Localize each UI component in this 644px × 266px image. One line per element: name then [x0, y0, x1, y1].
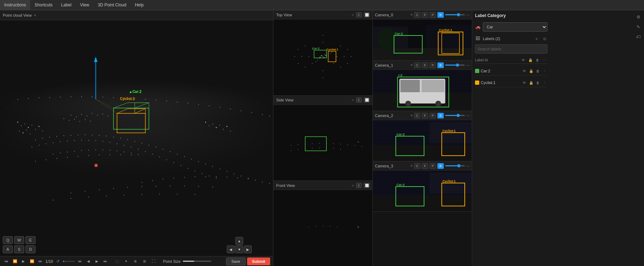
- cam0-c-btn[interactable]: C: [414, 12, 420, 18]
- cam2-c-btn[interactable]: C: [414, 113, 420, 118]
- cam0-f-btn[interactable]: F: [422, 12, 428, 18]
- svg-point-54: [74, 140, 75, 141]
- tl-skip-start[interactable]: ⏮: [3, 258, 10, 265]
- tl-skip-end[interactable]: ⏭: [37, 258, 44, 265]
- search-labels-input[interactable]: [475, 44, 547, 54]
- svg-point-250: [316, 226, 316, 227]
- tl-play[interactable]: ▶: [20, 258, 27, 265]
- cam1-minimize[interactable]: —: [466, 63, 470, 67]
- front-view-c-btn[interactable]: C: [356, 183, 362, 188]
- nav-left[interactable]: ◀: [227, 245, 235, 253]
- car-expand-icon[interactable]: ›: [542, 68, 547, 74]
- key-s[interactable]: S: [14, 245, 24, 253]
- cam2-minimize[interactable]: —: [466, 113, 470, 117]
- cam3-minimize[interactable]: —: [466, 164, 470, 168]
- cyclist-expand-icon[interactable]: ›: [542, 80, 547, 85]
- tool-select[interactable]: ✦: [122, 258, 130, 265]
- side-view-c-btn[interactable]: C: [356, 98, 362, 102]
- tool-cube[interactable]: ⬚: [113, 258, 120, 265]
- car-visibility-icon[interactable]: 👁: [522, 68, 527, 74]
- cam3-slider[interactable]: [445, 165, 465, 166]
- tl-fwd-1[interactable]: ▶: [93, 258, 100, 265]
- nav-down[interactable]: ▼: [235, 245, 243, 253]
- cam1-f-btn[interactable]: F: [422, 62, 428, 68]
- submit-button[interactable]: Submit: [247, 257, 270, 265]
- cam3-p-btn[interactable]: P: [430, 163, 436, 169]
- cam3-b-btn[interactable]: B: [437, 163, 444, 169]
- nav-up[interactable]: ▲: [235, 237, 243, 245]
- car-lock-icon[interactable]: 🔒: [528, 68, 534, 74]
- tl-refresh[interactable]: ↺: [54, 258, 61, 265]
- point-cloud-title: Point cloud View: [3, 13, 32, 17]
- tool-crosshair[interactable]: ⊕: [132, 258, 139, 265]
- cam1-slider[interactable]: [445, 65, 465, 66]
- cam0-p-btn[interactable]: P: [430, 12, 436, 18]
- menu-label[interactable]: Label: [57, 0, 76, 10]
- side-view-maximize[interactable]: ⬜: [364, 98, 370, 102]
- camera-0-close[interactable]: ×: [410, 13, 413, 17]
- cam2-f-btn[interactable]: F: [422, 113, 428, 118]
- tl-next[interactable]: ⏩: [28, 258, 36, 265]
- top-view-content[interactable]: Car:2 Cyclist:1: [273, 20, 372, 95]
- tool-expand[interactable]: ⛶: [150, 258, 157, 265]
- key-w[interactable]: W: [14, 236, 24, 244]
- cam0-minimize[interactable]: —: [466, 13, 470, 17]
- cam2-slider[interactable]: [445, 115, 465, 116]
- cam3-c-btn[interactable]: C: [414, 163, 420, 169]
- menu-instructions[interactable]: Instructions: [0, 0, 30, 10]
- point-cloud-close[interactable]: ×: [34, 13, 36, 17]
- side-view-content[interactable]: [273, 105, 372, 181]
- top-view-c-btn[interactable]: C: [356, 12, 362, 17]
- lh-expand-icon[interactable]: ⋯: [542, 57, 547, 63]
- lh-visibility-icon[interactable]: 👁: [520, 57, 526, 63]
- camera-2-close[interactable]: ×: [410, 113, 413, 117]
- key-d[interactable]: D: [26, 245, 36, 253]
- menu-view[interactable]: View: [76, 0, 93, 10]
- camera-1-close[interactable]: ×: [410, 63, 413, 67]
- camera-1-label: Camera_1: [375, 63, 409, 67]
- tl-back-1[interactable]: ◀: [85, 258, 92, 265]
- key-a[interactable]: A: [3, 245, 13, 253]
- tl-prev[interactable]: ⏪: [11, 258, 18, 265]
- cam3-f-btn[interactable]: F: [422, 163, 428, 169]
- category-select[interactable]: Car Cyclist Pedestrian: [483, 22, 547, 32]
- key-e[interactable]: E: [26, 236, 36, 244]
- car-delete-icon[interactable]: 🗑: [535, 68, 541, 74]
- point-cloud-canvas[interactable]: ▲Car:2 Cyclist:1 Q W E A S D: [0, 20, 273, 256]
- svg-point-152: [237, 177, 238, 178]
- front-view-close[interactable]: ×: [352, 183, 354, 188]
- cam2-b-btn[interactable]: B: [437, 113, 444, 118]
- cam0-b-btn[interactable]: B: [437, 12, 444, 18]
- top-view-maximize[interactable]: ⬜: [364, 12, 370, 17]
- cyclist-delete-icon[interactable]: 🗑: [535, 80, 541, 85]
- timeline-progress[interactable]: [63, 261, 75, 262]
- cam1-p-btn[interactable]: P: [430, 62, 436, 68]
- menu-help[interactable]: Help: [131, 0, 148, 10]
- key-q[interactable]: Q: [3, 236, 13, 244]
- svg-point-10: [74, 119, 75, 120]
- menu-shortcuts[interactable]: Shortcuts: [30, 0, 57, 10]
- tl-fwd-10[interactable]: ⏭: [102, 258, 109, 265]
- lh-delete-icon[interactable]: 🗑: [535, 57, 540, 63]
- tl-back-10[interactable]: ⏮: [76, 258, 83, 265]
- side-view-close[interactable]: ×: [352, 98, 354, 102]
- save-button[interactable]: Save: [226, 257, 246, 265]
- cam1-b-btn[interactable]: B: [437, 62, 444, 68]
- top-view-close[interactable]: ×: [352, 13, 354, 17]
- cyclist-visibility-icon[interactable]: 👁: [522, 80, 527, 85]
- cam0-slider[interactable]: [445, 14, 465, 15]
- nav-right[interactable]: ▶: [244, 245, 252, 253]
- funnel-icon[interactable]: ⊟: [542, 36, 547, 41]
- cam1-c-btn[interactable]: C: [414, 62, 420, 68]
- point-size-slider[interactable]: [183, 261, 211, 262]
- tool-crop[interactable]: ⊞: [141, 258, 148, 265]
- cyclist-lock-icon[interactable]: 🔒: [528, 80, 534, 85]
- camera-3-close[interactable]: ×: [410, 164, 413, 168]
- front-view-maximize[interactable]: ⬜: [364, 183, 370, 188]
- menu-3d-point-cloud[interactable]: 3D Point Cloud: [93, 0, 131, 10]
- lh-lock-icon[interactable]: 🔒: [528, 57, 533, 63]
- cam2-p-btn[interactable]: P: [430, 113, 436, 118]
- filter-icon[interactable]: ≡: [534, 36, 540, 41]
- svg-point-186: [323, 56, 323, 57]
- front-view-content[interactable]: [273, 190, 372, 266]
